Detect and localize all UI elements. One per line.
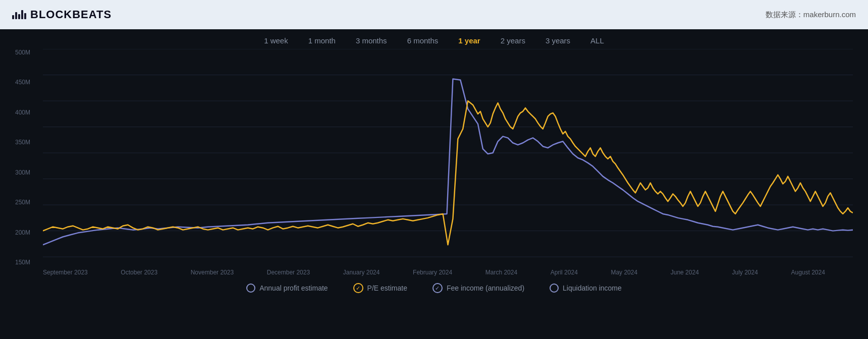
legend: Annual profit estimate ✓ P/E estimate ✓ … xyxy=(0,276,868,300)
legend-label-fee: Fee income (annualized) xyxy=(447,284,524,292)
data-source: 数据来源：makerburn.com xyxy=(766,10,856,20)
filter-all[interactable]: ALL xyxy=(590,36,604,45)
y-label-350m: 350M xyxy=(15,139,40,146)
x-label-jul24: July 2024 xyxy=(732,269,757,276)
filter-2years[interactable]: 2 years xyxy=(501,36,525,45)
filter-3months[interactable]: 3 months xyxy=(356,36,387,45)
legend-fee-income: ✓ Fee income (annualized) xyxy=(432,283,524,293)
legend-annual-profit: Annual profit estimate xyxy=(246,283,328,293)
legend-circle-liquidation xyxy=(550,284,559,293)
x-label-apr24: April 2024 xyxy=(551,269,578,276)
x-axis: September 2023 October 2023 November 202… xyxy=(15,266,853,276)
y-axis: 500M 450M 400M 350M 300M 250M 200M 150M xyxy=(15,49,40,266)
legend-check-pe: ✓ xyxy=(353,283,363,293)
y-label-150m: 150M xyxy=(15,259,40,266)
x-label-may24: May 2024 xyxy=(611,269,637,276)
y-label-200m: 200M xyxy=(15,229,40,236)
legend-circle-annual xyxy=(246,284,255,293)
logo-icon xyxy=(12,10,26,19)
logo-text: BLOCKBEATS xyxy=(30,8,112,21)
chart-container: 1 week 1 month 3 months 6 months 1 year … xyxy=(0,29,868,339)
x-label-aug24: August 2024 xyxy=(791,269,825,276)
x-label-feb24: February 2024 xyxy=(413,269,452,276)
x-label-mar24: March 2024 xyxy=(485,269,517,276)
legend-liquidation: Liquidation income xyxy=(550,283,622,293)
y-label-450m: 450M xyxy=(15,79,40,86)
legend-label-annual: Annual profit estimate xyxy=(259,284,328,292)
y-label-400m: 400M xyxy=(15,109,40,116)
filter-6months[interactable]: 6 months xyxy=(407,36,439,45)
filter-3years[interactable]: 3 years xyxy=(546,36,570,45)
chart-area: 500M 450M 400M 350M 300M 250M 200M 150M xyxy=(15,49,853,266)
logo: BLOCKBEATS xyxy=(12,8,112,21)
x-label-jan24: January 2024 xyxy=(343,269,380,276)
x-label-jun24: June 2024 xyxy=(671,269,699,276)
y-label-500m: 500M xyxy=(15,49,40,56)
y-label-300m: 300M xyxy=(15,169,40,176)
header: BLOCKBEATS 数据来源：makerburn.com xyxy=(0,0,868,29)
legend-label-liquidation: Liquidation income xyxy=(563,284,622,292)
legend-label-pe: P/E estimate xyxy=(367,284,407,292)
chart-svg xyxy=(43,49,853,264)
x-label-oct23: October 2023 xyxy=(121,269,157,276)
y-label-250m: 250M xyxy=(15,199,40,206)
filter-1year[interactable]: 1 year xyxy=(458,36,480,45)
filter-1week[interactable]: 1 week xyxy=(264,36,288,45)
x-label-sep23: September 2023 xyxy=(43,269,88,276)
filter-1month[interactable]: 1 month xyxy=(308,36,336,45)
legend-check-fee: ✓ xyxy=(432,283,443,293)
x-label-nov23: November 2023 xyxy=(191,269,234,276)
legend-pe-estimate: ✓ P/E estimate xyxy=(353,283,407,293)
x-label-dec23: December 2023 xyxy=(267,269,310,276)
time-filters: 1 week 1 month 3 months 6 months 1 year … xyxy=(0,29,868,49)
